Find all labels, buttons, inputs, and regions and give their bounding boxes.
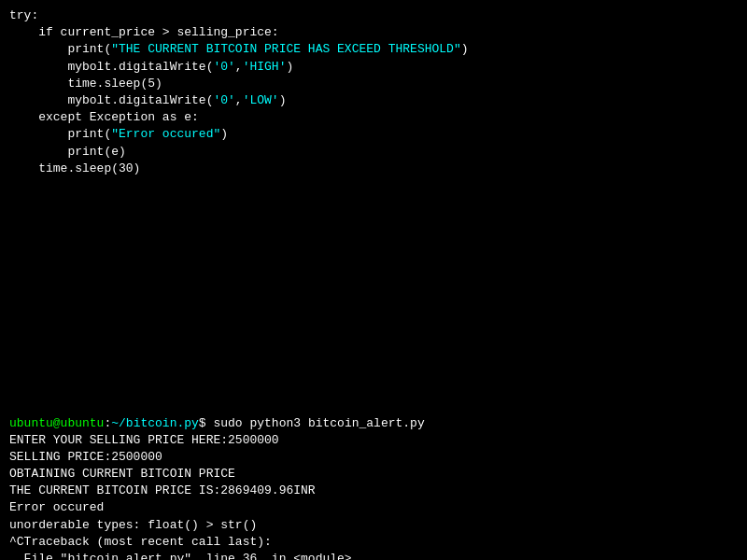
output-line-2: SELLING PRICE:2500000 xyxy=(9,449,738,466)
code-line-9: print(e) xyxy=(9,144,738,161)
code-line-7: except Exception as e: xyxy=(9,109,738,126)
output-line-5: Error occured xyxy=(9,499,738,516)
terminal: try: if current_price > selling_price: p… xyxy=(0,0,747,560)
code-line-5: time.sleep(5) xyxy=(9,76,738,92)
shell-prompt-1: ubuntu@ubuntu:~/bitcoin.py$ sudo python3… xyxy=(9,415,738,432)
code-line-6: mybolt.digitalWrite('0','LOW') xyxy=(9,92,738,109)
code-line-2: if current_price > selling_price: xyxy=(9,24,738,41)
code-line-3: print("THE CURRENT BITCOIN PRICE HAS EXC… xyxy=(9,41,738,58)
output-line-1: ENTER YOUR SELLING PRICE HERE:2500000 xyxy=(9,432,738,449)
output-line-8: File "bitcoin_alert.py", line 36, in <mo… xyxy=(9,551,738,560)
code-line-1: try: xyxy=(9,7,738,24)
code-line-8: print("Error occured") xyxy=(9,126,738,143)
output-line-6: unorderable types: float() > str() xyxy=(9,517,738,534)
output-line-3: OBTAINING CURRENT BITCOIN PRICE xyxy=(9,466,738,483)
output-line-4: THE CURRENT BITCOIN PRICE IS:2869409.96I… xyxy=(9,483,738,499)
code-line-4: mybolt.digitalWrite('0','HIGH') xyxy=(9,59,738,76)
output-line-7: ^CTraceback (most recent call last): xyxy=(9,534,738,551)
code-line-10: time.sleep(30) xyxy=(9,161,738,177)
